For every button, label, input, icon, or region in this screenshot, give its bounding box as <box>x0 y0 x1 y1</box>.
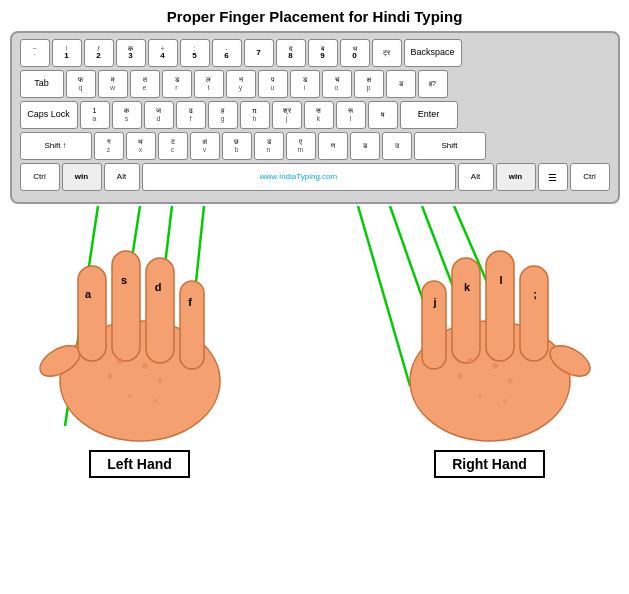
svg-point-20 <box>107 374 112 379</box>
key-h[interactable]: πh <box>240 101 270 129</box>
svg-point-23 <box>153 399 157 403</box>
key-comma[interactable]: ण <box>318 132 348 160</box>
key-slash[interactable]: उ <box>382 132 412 160</box>
key-win-right[interactable]: win <box>496 163 536 191</box>
key-u[interactable]: पu <box>258 70 288 98</box>
key-ctrl-right[interactable]: Ctrl <box>570 163 610 191</box>
key-4[interactable]: +4 <box>148 39 178 67</box>
svg-rect-29 <box>520 266 548 361</box>
key-row-0: ~` !1 /2 क3 +4 :5 -6 7 द8 ब9 ध0 ट्र Back… <box>20 39 610 67</box>
key-3[interactable]: क3 <box>116 39 146 67</box>
svg-point-18 <box>117 358 123 364</box>
key-m[interactable]: एm <box>286 132 316 160</box>
key-c[interactable]: टc <box>158 132 188 160</box>
key-p[interactable]: क्षp <box>354 70 384 98</box>
right-hand-svg: j k l ; <box>380 206 600 446</box>
right-hand-section: j k l ; Right Hand <box>370 206 610 478</box>
key-bracket-r[interactable]: ह? <box>418 70 448 98</box>
right-hand-label: Right Hand <box>434 450 545 478</box>
key-6[interactable]: -6 <box>212 39 242 67</box>
key-x[interactable]: थx <box>126 132 156 160</box>
key-9[interactable]: ब9 <box>308 39 338 67</box>
key-n[interactable]: डn <box>254 132 284 160</box>
svg-rect-13 <box>180 281 204 369</box>
key-0[interactable]: ध0 <box>340 39 370 67</box>
key-bracket-l[interactable]: ड <box>386 70 416 98</box>
svg-rect-11 <box>112 251 140 361</box>
svg-text:a: a <box>84 288 91 300</box>
key-s[interactable]: कs <box>112 101 142 129</box>
svg-text:j: j <box>432 296 436 308</box>
key-backtick[interactable]: ~` <box>20 39 50 67</box>
svg-text:s: s <box>120 274 126 286</box>
svg-point-39 <box>503 399 507 403</box>
svg-rect-28 <box>486 251 514 361</box>
key-j[interactable]: श्रj <box>272 101 302 129</box>
key-ctrl-left[interactable]: Ctrl <box>20 163 60 191</box>
key-w[interactable]: मw <box>98 70 128 98</box>
key-q[interactable]: फq <box>66 70 96 98</box>
key-alt-left[interactable]: Alt <box>104 163 140 191</box>
svg-text:f: f <box>188 296 192 308</box>
key-row-3: Shift ↑ गz थx टc अv छb डn एm ण ड उ Shift <box>20 132 610 160</box>
svg-point-38 <box>478 394 482 398</box>
svg-point-19 <box>142 363 148 369</box>
key-o[interactable]: चo <box>322 70 352 98</box>
key-win-left[interactable]: win <box>62 163 102 191</box>
svg-text:k: k <box>463 281 470 293</box>
key-y[interactable]: नy <box>226 70 256 98</box>
svg-rect-26 <box>422 281 446 369</box>
left-hand-section: a s d f Left Hand <box>20 206 260 478</box>
key-f[interactable]: ढf <box>176 101 206 129</box>
key-b[interactable]: छb <box>222 132 252 160</box>
key-a[interactable]: 1a <box>80 101 110 129</box>
svg-point-22 <box>128 394 132 398</box>
svg-point-37 <box>507 379 512 384</box>
key-l[interactable]: रूl <box>336 101 366 129</box>
svg-rect-27 <box>452 258 480 363</box>
svg-point-35 <box>492 363 498 369</box>
key-v[interactable]: अv <box>190 132 220 160</box>
key-alt-right[interactable]: Alt <box>458 163 494 191</box>
key-space[interactable]: www.IndiaTyping.com <box>142 163 456 191</box>
svg-point-34 <box>467 358 473 364</box>
key-t[interactable]: लt <box>194 70 224 98</box>
key-enter[interactable]: Enter <box>400 101 458 129</box>
svg-rect-12 <box>146 258 174 363</box>
key-z[interactable]: गz <box>94 132 124 160</box>
svg-text:l: l <box>499 274 502 286</box>
key-5[interactable]: :5 <box>180 39 210 67</box>
key-row-1: Tab फq मw तe डr लt नy पu डi चo क्षp ड ह? <box>20 70 610 98</box>
key-2[interactable]: /2 <box>84 39 114 67</box>
key-g[interactable]: हg <box>208 101 238 129</box>
keyboard: ~` !1 /2 क3 +4 :5 -6 7 द8 ब9 ध0 ट्र Back… <box>10 31 620 204</box>
key-e[interactable]: तe <box>130 70 160 98</box>
key-k[interactable]: सk <box>304 101 334 129</box>
left-hand-svg: a s d f <box>30 206 250 446</box>
key-i[interactable]: डi <box>290 70 320 98</box>
key-shift-left[interactable]: Shift ↑ <box>20 132 92 160</box>
key-period[interactable]: ड <box>350 132 380 160</box>
left-hand-label: Left Hand <box>89 450 190 478</box>
key-r[interactable]: डr <box>162 70 192 98</box>
key-tab[interactable]: Tab <box>20 70 64 98</box>
key-7[interactable]: 7 <box>244 39 274 67</box>
page-title: Proper Finger Placement for Hindi Typing <box>167 8 463 25</box>
key-minus[interactable]: ट्र <box>372 39 402 67</box>
key-row-2: Caps Lock 1a कs जd ढf हg πh श्रj सk रूl … <box>20 101 610 129</box>
key-8[interactable]: द8 <box>276 39 306 67</box>
key-row-4: Ctrl win Alt www.IndiaTyping.com Alt win… <box>20 163 610 191</box>
key-menu[interactable]: ☰ <box>538 163 568 191</box>
key-backspace[interactable]: Backspace <box>404 39 462 67</box>
key-caps-lock[interactable]: Caps Lock <box>20 101 78 129</box>
svg-rect-10 <box>78 266 106 361</box>
svg-point-21 <box>157 379 162 384</box>
key-1[interactable]: !1 <box>52 39 82 67</box>
key-shift-right[interactable]: Shift <box>414 132 486 160</box>
hands-area: a s d f Left Hand <box>10 206 620 506</box>
key-semicolon[interactable]: ष <box>368 101 398 129</box>
svg-point-36 <box>457 374 462 379</box>
svg-text:d: d <box>154 281 161 293</box>
svg-text:;: ; <box>533 288 537 300</box>
key-d[interactable]: जd <box>144 101 174 129</box>
